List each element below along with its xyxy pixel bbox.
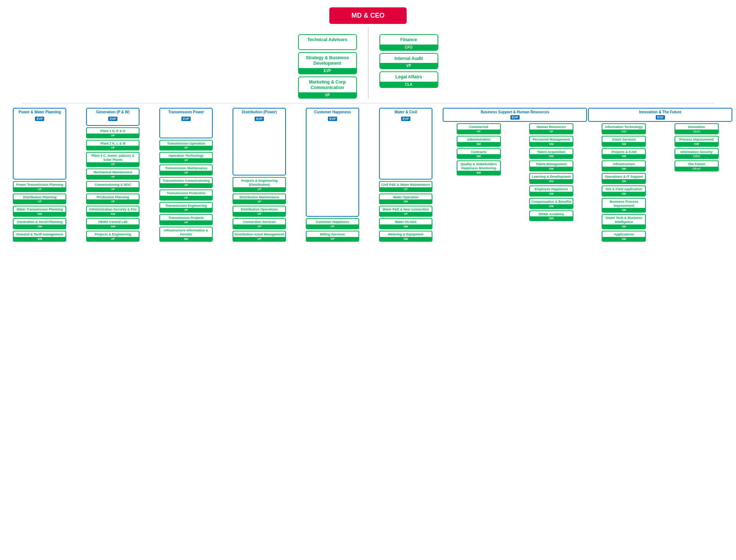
sub-trans-op: Transmission Operation VP — [159, 140, 213, 151]
evp-header-4: Distribution (Power) EVP — [233, 108, 286, 176]
sub-quality-stk: Quality & Stakeholders Happiness Monitor… — [457, 160, 501, 176]
dept-subtitle: VP — [380, 63, 438, 68]
dept-title: Technical Advisors — [299, 35, 356, 44]
sub-dist-planning: Distribution Planning VP — [13, 194, 66, 205]
evp-title: Transmission Power — [168, 110, 204, 114]
sub-dist-asset: Distribution Asset Management VP — [233, 231, 286, 242]
evp-title: Innovation & The Future — [590, 110, 730, 114]
sub-it: Information Technology CIO — [602, 123, 646, 134]
evp-badge: EVP — [255, 117, 264, 121]
sub-admin: Administration SM — [457, 136, 501, 147]
sub-plant1: Plant 1 D, E & G VP — [86, 127, 139, 138]
sub-water-scada: Water SCADA SM — [379, 218, 432, 229]
evp-title: Business Support & Human Resources — [445, 110, 585, 114]
col-innovation: Innovation & The Future EVP Information … — [588, 108, 732, 242]
sub-gen-desal-planning: Generation & Desal Planning SM — [13, 218, 66, 229]
evp-badge: EVP — [656, 115, 665, 120]
sub-talent-acq: Talent Acquisition SM — [529, 148, 573, 159]
sub-applications: Applications SM — [602, 231, 646, 242]
sub-infra-info: Infrastructure Information & Permits SM — [159, 227, 213, 242]
sub-water-new-conn: Water P&E & New connection VP — [379, 206, 432, 217]
evp-badge: EVP — [328, 117, 337, 121]
sub-dist-maint: Distribution Maintenance VP — [233, 194, 286, 205]
innov-two-cols: Information Technology CIO Smart Service… — [588, 123, 732, 242]
sub-dist-ops: Distribution Operations VP — [233, 206, 286, 217]
sub-proj-eng-dist: Projects & Engineering (Distribution) VP — [233, 177, 286, 192]
sub-trans-protect: Transmission Protection VP — [159, 189, 213, 201]
evp-header-3: Transmission Power EVP — [159, 108, 213, 138]
dept-subtitle: VP — [299, 92, 356, 98]
sub-innovation: Innovation CInO — [675, 123, 719, 134]
sub-talent-mgmt: Talent Management SM — [529, 160, 573, 171]
sub-process-improve: Process Improvement DIR — [675, 136, 719, 147]
sub-op-tech: Operation Technology VP — [159, 152, 213, 163]
sub-admin-security: Administration Security & Fire SM — [86, 206, 139, 217]
evp-badge: EVP — [510, 115, 520, 120]
sub-employee-happiness: Employee Happiness SM — [529, 185, 573, 196]
sub-biz-process: Business Process Improvement SM — [602, 198, 646, 213]
sub-the-future: The Future CFuO — [675, 160, 719, 171]
sub-cust-happiness: Customer Happiness VP — [306, 218, 359, 229]
hr-left-col: Commercial VP Administration SM Contract… — [443, 123, 514, 221]
evp-title: Distribution (Power) — [242, 110, 277, 114]
dept-strategy: Strategy & Business Development EVP — [298, 52, 357, 74]
main-columns: Power & Water Planning EVP Power Transmi… — [4, 108, 732, 242]
evp-header-6: Water & Civil EVP — [379, 108, 432, 180]
separator — [22, 103, 714, 103]
dept-subtitle: CLA — [380, 82, 438, 87]
evp-header-7: Business Support & Human Resources EVP — [443, 108, 587, 122]
sub-prod-planning: Production Planning VP — [86, 194, 139, 205]
sub-infrastructure: Infrastructure SM — [602, 160, 646, 171]
sub-learning: Learning & Development SM — [529, 173, 573, 184]
col-transmission: Transmission Power EVP Transmission Oper… — [150, 108, 222, 242]
dept-marketing: Marketing & Corp Communication VP — [298, 77, 357, 99]
sub-dewa-academy: DEWA Academy DIR — [529, 210, 573, 221]
dept-title: Finance — [380, 35, 438, 44]
sub-billing: Billing Services VP — [306, 231, 359, 242]
dept-subtitle: CFO — [380, 45, 438, 50]
sub-contracts: Contracts SM — [457, 148, 501, 159]
hr-right-col: Human Resources VP Personnel Management … — [516, 123, 587, 221]
sub-smart-tech: Smart Tech & Business Intelligence SM — [602, 214, 646, 229]
evp-badge: EVP — [108, 117, 117, 121]
dept-subtitle: EVP — [299, 68, 356, 74]
sub-trans-eng: Transmission Engineering VP — [159, 202, 213, 213]
sub-trans-commission: Transmission Commissioning VP — [159, 177, 213, 188]
sub-civil-water: Civil P&E & Water Maintenance VP — [379, 181, 432, 192]
sub-commissioning-noc: Commissioning & NOC VP — [86, 181, 139, 192]
dept-audit: Internal Audit VP — [379, 53, 438, 70]
sub-water-op: Water Operation SM — [379, 194, 432, 205]
evp-header-5: Customer Happiness EVP — [306, 108, 359, 217]
dept-finance: Finance CFO — [379, 34, 438, 51]
sub-commercial: Commercial VP — [457, 123, 501, 134]
sub-water-trans-planning: Water Transmission Planning SM — [13, 206, 66, 217]
sub-gis: GIS & Field Application SM — [602, 185, 646, 196]
sub-demand-tariff: Demand & Tariff management SM — [13, 231, 66, 242]
dept-legal: Legal Affairs CLA — [379, 71, 438, 88]
org-chart: MD & CEO Technical Advisors . Strategy &… — [0, 0, 736, 249]
col-distribution: Distribution (Power) EVP Projects & Engi… — [223, 108, 296, 242]
evp-badge: EVP — [401, 117, 410, 121]
sub-power-trans-planning: Power Transmission Planning VP — [13, 181, 66, 192]
sub-conn-services: Connection Services VP — [233, 218, 286, 229]
sub-smart-services: Smart Services SM — [602, 136, 646, 147]
evp-title: Water & Civil — [394, 110, 417, 114]
col-generation: Generation (P & W) EVP Plant 1 D, E & G … — [77, 108, 149, 242]
evp-title: Customer Happiness — [314, 110, 351, 114]
innov-right-col: Innovation CInO Process Improvement DIR … — [661, 123, 732, 242]
dept-title: Strategy & Business Development — [299, 53, 356, 67]
evp-header-2: Generation (P & W) EVP — [86, 108, 139, 126]
sub-personnel: Personnel Management SM — [529, 136, 573, 147]
hr-two-cols: Commercial VP Administration SM Contract… — [443, 123, 587, 221]
col-customer: Customer Happiness EVP Customer Happines… — [297, 108, 369, 242]
evp-badge: EVP — [181, 117, 191, 121]
col-hr: Business Support & Human Resources EVP C… — [443, 108, 587, 242]
sub-ops-it: Operations & IT Support SM — [602, 173, 646, 184]
sub-trans-projects: Transmission Projects VP — [159, 214, 213, 225]
evp-header-8: Innovation & The Future EVP — [588, 108, 732, 122]
sub-plant2: Plant 2 K, L & M VP — [86, 140, 139, 151]
sub-projects-eng: Projects & Engineering VP — [86, 231, 139, 242]
sub-dewa-lab: DEWA Central Lab SM — [86, 218, 139, 229]
sub-mech-maint: Mechanical Maintenance VP — [86, 169, 139, 180]
evp-badge: EVP — [35, 117, 44, 121]
